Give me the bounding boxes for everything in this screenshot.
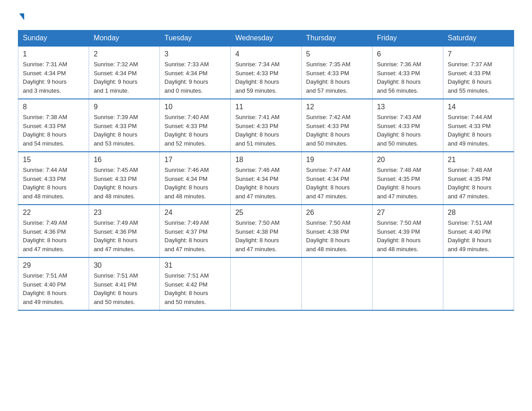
- calendar-cell: 13 Sunrise: 7:43 AM Sunset: 4:33 PM Dayl…: [372, 99, 443, 152]
- calendar-cell: 23 Sunrise: 7:49 AM Sunset: 4:36 PM Dayl…: [89, 205, 160, 257]
- calendar-cell: 11 Sunrise: 7:41 AM Sunset: 4:33 PM Dayl…: [231, 99, 301, 152]
- day-info: Sunrise: 7:33 AM Sunset: 4:34 PM Dayligh…: [164, 60, 226, 95]
- day-number: 26: [306, 209, 368, 217]
- day-info: Sunrise: 7:50 AM Sunset: 4:39 PM Dayligh…: [377, 218, 438, 253]
- calendar-cell: [301, 257, 372, 310]
- day-info: Sunrise: 7:31 AM Sunset: 4:34 PM Dayligh…: [23, 60, 84, 95]
- day-info: Sunrise: 7:46 AM Sunset: 4:34 PM Dayligh…: [164, 166, 226, 201]
- day-info: Sunrise: 7:51 AM Sunset: 4:40 PM Dayligh…: [448, 218, 509, 253]
- calendar-week-row: 29 Sunrise: 7:51 AM Sunset: 4:40 PM Dayl…: [18, 257, 514, 310]
- calendar-week-row: 15 Sunrise: 7:44 AM Sunset: 4:33 PM Dayl…: [18, 152, 514, 205]
- calendar-cell: 18 Sunrise: 7:46 AM Sunset: 4:34 PM Dayl…: [231, 152, 301, 205]
- day-info: Sunrise: 7:41 AM Sunset: 4:33 PM Dayligh…: [235, 113, 296, 148]
- calendar-cell: 24 Sunrise: 7:49 AM Sunset: 4:37 PM Dayl…: [160, 205, 231, 257]
- day-info: Sunrise: 7:49 AM Sunset: 4:37 PM Dayligh…: [164, 218, 226, 253]
- day-number: 21: [448, 156, 509, 164]
- calendar-cell: 30 Sunrise: 7:51 AM Sunset: 4:41 PM Dayl…: [89, 257, 160, 310]
- day-number: 16: [94, 156, 155, 164]
- day-of-week-header: Thursday: [301, 30, 372, 47]
- page-header: [18, 13, 514, 21]
- calendar-cell: 26 Sunrise: 7:50 AM Sunset: 4:38 PM Dayl…: [301, 205, 372, 257]
- calendar-week-row: 8 Sunrise: 7:38 AM Sunset: 4:33 PM Dayli…: [18, 99, 514, 152]
- day-info: Sunrise: 7:48 AM Sunset: 4:35 PM Dayligh…: [448, 166, 509, 201]
- logo: [18, 13, 24, 21]
- calendar-cell: 4 Sunrise: 7:34 AM Sunset: 4:33 PM Dayli…: [231, 46, 301, 99]
- calendar-cell: 12 Sunrise: 7:42 AM Sunset: 4:33 PM Dayl…: [301, 99, 372, 152]
- day-info: Sunrise: 7:50 AM Sunset: 4:38 PM Dayligh…: [306, 218, 368, 253]
- day-number: 5: [306, 50, 368, 58]
- calendar-cell: 10 Sunrise: 7:40 AM Sunset: 4:33 PM Dayl…: [160, 99, 231, 152]
- calendar-cell: 9 Sunrise: 7:39 AM Sunset: 4:33 PM Dayli…: [89, 99, 160, 152]
- day-info: Sunrise: 7:49 AM Sunset: 4:36 PM Dayligh…: [23, 218, 84, 253]
- day-number: 11: [235, 103, 296, 111]
- calendar-cell: 17 Sunrise: 7:46 AM Sunset: 4:34 PM Dayl…: [160, 152, 231, 205]
- day-of-week-header: Tuesday: [160, 30, 231, 47]
- calendar-cell: 27 Sunrise: 7:50 AM Sunset: 4:39 PM Dayl…: [372, 205, 443, 257]
- calendar-cell: 6 Sunrise: 7:36 AM Sunset: 4:33 PM Dayli…: [372, 46, 443, 99]
- calendar-cell: 15 Sunrise: 7:44 AM Sunset: 4:33 PM Dayl…: [18, 152, 89, 205]
- day-info: Sunrise: 7:40 AM Sunset: 4:33 PM Dayligh…: [164, 113, 226, 148]
- day-info: Sunrise: 7:47 AM Sunset: 4:34 PM Dayligh…: [306, 166, 368, 201]
- day-info: Sunrise: 7:44 AM Sunset: 4:33 PM Dayligh…: [23, 166, 84, 201]
- day-info: Sunrise: 7:51 AM Sunset: 4:41 PM Dayligh…: [94, 271, 155, 306]
- day-info: Sunrise: 7:51 AM Sunset: 4:42 PM Dayligh…: [164, 271, 226, 306]
- calendar-cell: 22 Sunrise: 7:49 AM Sunset: 4:36 PM Dayl…: [18, 205, 89, 257]
- calendar-cell: 5 Sunrise: 7:35 AM Sunset: 4:33 PM Dayli…: [301, 46, 372, 99]
- day-info: Sunrise: 7:36 AM Sunset: 4:33 PM Dayligh…: [377, 60, 438, 95]
- day-info: Sunrise: 7:50 AM Sunset: 4:38 PM Dayligh…: [235, 218, 296, 253]
- day-number: 3: [164, 50, 226, 58]
- day-number: 25: [235, 209, 296, 217]
- calendar-week-row: 1 Sunrise: 7:31 AM Sunset: 4:34 PM Dayli…: [18, 46, 514, 99]
- day-number: 18: [235, 156, 296, 164]
- day-info: Sunrise: 7:37 AM Sunset: 4:33 PM Dayligh…: [448, 60, 509, 95]
- calendar-cell: [372, 257, 443, 310]
- calendar-cell: 8 Sunrise: 7:38 AM Sunset: 4:33 PM Dayli…: [18, 99, 89, 152]
- day-number: 22: [23, 209, 84, 217]
- day-number: 6: [377, 50, 438, 58]
- day-info: Sunrise: 7:42 AM Sunset: 4:33 PM Dayligh…: [306, 113, 368, 148]
- day-number: 30: [94, 261, 155, 270]
- calendar-cell: 21 Sunrise: 7:48 AM Sunset: 4:35 PM Dayl…: [443, 152, 514, 205]
- day-number: 10: [164, 103, 226, 111]
- day-number: 27: [377, 209, 438, 217]
- calendar-cell: 2 Sunrise: 7:32 AM Sunset: 4:34 PM Dayli…: [89, 46, 160, 99]
- day-info: Sunrise: 7:39 AM Sunset: 4:33 PM Dayligh…: [94, 113, 155, 148]
- day-number: 4: [235, 50, 296, 58]
- day-number: 23: [94, 209, 155, 217]
- day-info: Sunrise: 7:46 AM Sunset: 4:34 PM Dayligh…: [235, 166, 296, 201]
- calendar-cell: 29 Sunrise: 7:51 AM Sunset: 4:40 PM Dayl…: [18, 257, 89, 310]
- calendar-cell: [443, 257, 514, 310]
- day-of-week-header: Monday: [89, 30, 160, 47]
- calendar-cell: 31 Sunrise: 7:51 AM Sunset: 4:42 PM Dayl…: [160, 257, 231, 310]
- calendar-cell: 28 Sunrise: 7:51 AM Sunset: 4:40 PM Dayl…: [443, 205, 514, 257]
- day-number: 12: [306, 103, 368, 111]
- calendar-cell: 14 Sunrise: 7:44 AM Sunset: 4:33 PM Dayl…: [443, 99, 514, 152]
- day-info: Sunrise: 7:32 AM Sunset: 4:34 PM Dayligh…: [94, 60, 155, 95]
- day-number: 19: [306, 156, 368, 164]
- calendar-cell: 25 Sunrise: 7:50 AM Sunset: 4:38 PM Dayl…: [231, 205, 301, 257]
- calendar-cell: [231, 257, 301, 310]
- day-info: Sunrise: 7:45 AM Sunset: 4:33 PM Dayligh…: [94, 166, 155, 201]
- day-number: 24: [164, 209, 226, 217]
- day-of-week-header: Sunday: [18, 30, 89, 47]
- day-info: Sunrise: 7:38 AM Sunset: 4:33 PM Dayligh…: [23, 113, 84, 148]
- logo-triangle-icon: [19, 13, 24, 20]
- day-info: Sunrise: 7:34 AM Sunset: 4:33 PM Dayligh…: [235, 60, 296, 95]
- day-info: Sunrise: 7:35 AM Sunset: 4:33 PM Dayligh…: [306, 60, 368, 95]
- day-number: 17: [164, 156, 226, 164]
- calendar-cell: 3 Sunrise: 7:33 AM Sunset: 4:34 PM Dayli…: [160, 46, 231, 99]
- calendar-cell: 19 Sunrise: 7:47 AM Sunset: 4:34 PM Dayl…: [301, 152, 372, 205]
- calendar-table: SundayMondayTuesdayWednesdayThursdayFrid…: [18, 30, 514, 311]
- day-number: 31: [164, 261, 226, 270]
- calendar-cell: 7 Sunrise: 7:37 AM Sunset: 4:33 PM Dayli…: [443, 46, 514, 99]
- day-number: 14: [448, 103, 509, 111]
- calendar-week-row: 22 Sunrise: 7:49 AM Sunset: 4:36 PM Dayl…: [18, 205, 514, 257]
- calendar-body: 1 Sunrise: 7:31 AM Sunset: 4:34 PM Dayli…: [18, 46, 514, 310]
- day-number: 2: [94, 50, 155, 58]
- day-number: 7: [448, 50, 509, 58]
- day-info: Sunrise: 7:51 AM Sunset: 4:40 PM Dayligh…: [23, 271, 84, 306]
- day-number: 8: [23, 103, 84, 111]
- day-info: Sunrise: 7:49 AM Sunset: 4:36 PM Dayligh…: [94, 218, 155, 253]
- day-of-week-header: Saturday: [443, 30, 514, 47]
- day-number: 9: [94, 103, 155, 111]
